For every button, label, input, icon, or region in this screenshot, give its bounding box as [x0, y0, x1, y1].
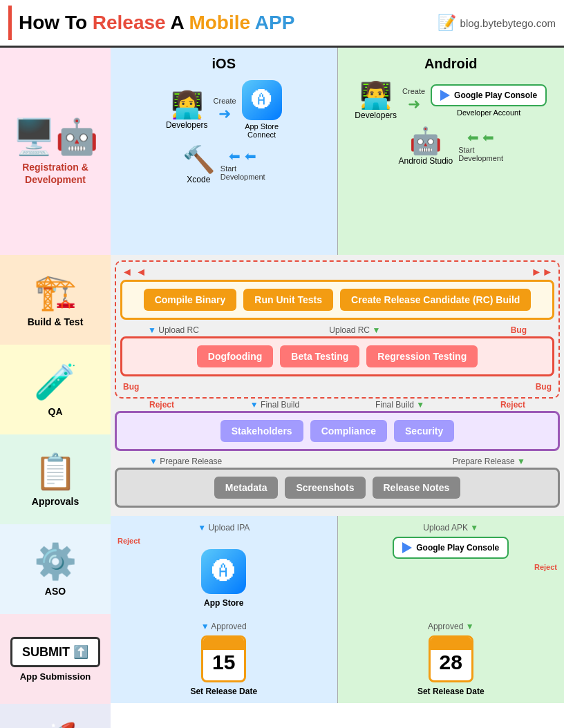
ios-xcode-row: 🔨 Xcode ⬅ ⬅ StartDevelopment [116, 144, 332, 184]
approvals-block: Stakeholders Compliance Security [115, 411, 560, 451]
android-start-dev: ⬅ ⬅ StartDevelopment [458, 129, 503, 162]
android-calendar: 28 [429, 635, 473, 682]
google-play-console-badge: Google Play Console [431, 84, 547, 106]
reg-dev-icon: 🖥️🤖 [12, 117, 98, 157]
release-notes-tag: Release Notes [373, 477, 461, 499]
android-studio-label: Android Studio [398, 156, 453, 166]
approvals-section: Stakeholders Compliance Security [115, 411, 560, 451]
dogfooding-tag: Dogfooding [197, 345, 274, 367]
title-mobile: Mobile [189, 12, 250, 33]
screenshots-tag: Screenshots [285, 477, 365, 499]
app-store-connect-label: App StoreConnect [245, 122, 279, 139]
create-rc-build-tag: Create Release Candidate (RC) Build [340, 289, 531, 311]
android-studio-icon: 🤖 [409, 126, 442, 156]
gplay-icon [440, 90, 450, 101]
sidebar-item-approvals: 📋 Approvals [0, 434, 111, 524]
android-gplay-console: Google Play Console Developer Account [431, 84, 547, 117]
build-test-block: Compile Binary Run Unit Tests Create Rel… [120, 280, 554, 320]
upload-ipa-label: ▼ Upload IPA [198, 523, 250, 533]
sidebar-item-release: 🚀 Release [0, 704, 111, 728]
ios-start-dev: ⬅ ⬅ StartDevelopment [220, 148, 265, 181]
page-header: How To Release A Mobile APP 📝 blog.byteb… [0, 0, 564, 48]
header-domain: 📝 blog.bytebytego.com [438, 14, 556, 32]
page-title: How To Release A Mobile APP [19, 12, 294, 34]
sidebar-item-aso: ⚙️ ASO [0, 524, 111, 614]
reject-right: Reject [500, 400, 525, 410]
sidebar-submit-label: App Submission [20, 671, 91, 682]
release-section: ▼ Approved 15 Set Release Date Approved … [111, 615, 564, 703]
compile-binary-tag: Compile Binary [144, 289, 237, 311]
bug-label-left: Bug [123, 382, 139, 392]
title-a: A [166, 12, 189, 33]
android-developer: 👨‍💻 Developers [355, 80, 397, 120]
feedback-wrapper: ◄ ◄ ►► Compile Binary Run Unit Tests Cre… [115, 260, 560, 399]
cal-ios-header [203, 638, 244, 650]
android-developer-icon: 👨‍💻 [359, 80, 392, 111]
middle-flow-area: ◄ ◄ ►► Compile Binary Run Unit Tests Cre… [111, 255, 564, 516]
run-unit-tests-tag: Run Unit Tests [243, 289, 333, 311]
prepare-release-android: Prepare Release ▼ [453, 457, 525, 466]
title-how-to: How To [19, 12, 93, 33]
main-layout: 🖥️🤖 Registration &Development 🏗️ Build &… [0, 48, 564, 728]
upload-rc-row: ▼ Upload RC Upload RC ▼ Bug [120, 324, 554, 336]
prepare-release-row: ▼ Prepare Release Prepare Release ▼ [115, 455, 560, 468]
xcode-label: Xcode [187, 175, 210, 184]
bug-label-top: Bug [511, 325, 527, 335]
qa-icon: 🧪 [34, 362, 77, 402]
content-area: iOS 👩‍💻 Developers Create ➜ 🅐 App StoreC… [111, 48, 564, 728]
aso-block: Metadata Screenshots Release Notes [115, 468, 560, 508]
app-store-connect-icon: 🅐 [242, 80, 282, 120]
ios-release-col: ▼ Approved 15 Set Release Date [111, 615, 338, 703]
title-app: APP [250, 12, 294, 33]
android-approved-label: Approved ▼ [428, 622, 474, 631]
ios-developer-label: Developers [166, 120, 208, 130]
blog-icon: 📝 [438, 14, 456, 32]
build-test-icon: 🏗️ [34, 272, 77, 312]
title-release: Release [93, 12, 166, 33]
bug-label-right: Bug [536, 382, 552, 392]
final-build-ios: ▼ Final Build [250, 400, 299, 410]
ios-platform-title: iOS [116, 56, 332, 72]
prepare-release-ios: ▼ Prepare Release [149, 457, 222, 466]
ios-app-store-connect: 🅐 App StoreConnect [242, 80, 282, 139]
sidebar-approvals-label: Approvals [32, 496, 79, 507]
android-create-label: Create ➜ [402, 87, 425, 113]
app-submission-section: ▼ Upload IPA Reject 🅐 App Store Upload A… [111, 516, 564, 615]
feedback-arrows-top: ◄ ◄ ►► [120, 266, 554, 278]
upload-apk-label: Upload APK ▼ [423, 523, 478, 533]
reject-right-arrow: ►► [531, 266, 553, 278]
app-store-label: App Store [204, 598, 243, 608]
gplay-submit-icon [402, 542, 412, 553]
stakeholders-tag: Stakeholders [220, 420, 303, 442]
android-platform-title: Android [344, 56, 559, 72]
sidebar-item-app-submission: SUBMIT ⬆️ App Submission [0, 614, 111, 704]
qa-section: Dogfooding Beta Testing Regression Testi… [120, 336, 554, 376]
android-set-release-date: Set Release Date [417, 687, 485, 696]
aso-section: Metadata Screenshots Release Notes [115, 468, 560, 508]
regression-testing-tag: Regression Testing [366, 345, 478, 367]
android-col: Android 👨‍💻 Developers Create ➜ Goo [338, 48, 565, 255]
cal-ios-number: 15 [212, 650, 235, 675]
gplay-submit-badge: Google Play Console [393, 537, 509, 559]
release-icon: 🚀 [34, 721, 77, 728]
cal-android-header [431, 638, 471, 650]
android-release-col: Approved ▼ 28 Set Release Date [338, 615, 565, 703]
ios-reject-label: Reject [118, 537, 140, 545]
sidebar-build-test-label: Build & Test [28, 316, 84, 327]
ios-set-release-date: Set Release Date [190, 687, 257, 696]
app-store-icon: 🅐 [201, 549, 246, 594]
final-build-android: Final Build ▼ [375, 400, 424, 410]
ios-col: iOS 👩‍💻 Developers Create ➜ 🅐 App StoreC… [111, 48, 338, 255]
xcode-icon: 🔨 [182, 144, 215, 175]
cal-android-number: 28 [440, 650, 462, 675]
ios-approved-label: ▼ Approved [201, 622, 247, 631]
sidebar-item-build-test: 🏗️ Build & Test [0, 255, 111, 345]
beta-testing-tag: Beta Testing [280, 345, 359, 367]
compliance-tag: Compliance [310, 420, 387, 442]
upload-rc-android: Upload RC ▼ [329, 325, 380, 335]
qa-block: Dogfooding Beta Testing Regression Testi… [120, 336, 554, 376]
qa-side-labels: Bug Bug [120, 381, 554, 393]
sidebar-reg-dev-label: Registration &Development [22, 161, 88, 186]
sidebar-aso-label: ASO [45, 586, 66, 597]
final-build-row: Reject ▼ Final Build Final Build ▼ Rejec… [115, 399, 560, 411]
